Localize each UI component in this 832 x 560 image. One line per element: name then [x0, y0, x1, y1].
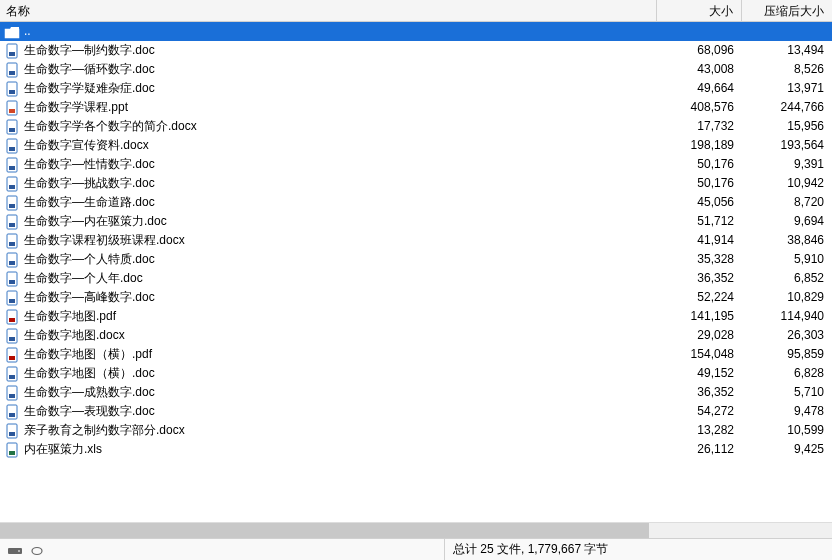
column-size-header[interactable]: 大小 — [657, 0, 742, 21]
file-size: 198,189 — [657, 136, 742, 155]
file-size: 45,056 — [657, 193, 742, 212]
file-type-icon — [4, 138, 20, 154]
scrollbar-thumb[interactable] — [0, 523, 649, 538]
file-size: 36,352 — [657, 269, 742, 288]
file-name: 生命数字—循环数字.doc — [24, 60, 155, 79]
file-packed-size: 38,846 — [742, 231, 832, 250]
file-packed-size: 13,971 — [742, 79, 832, 98]
file-packed-size: 8,526 — [742, 60, 832, 79]
svg-rect-8 — [9, 109, 15, 113]
file-row[interactable]: 生命数字学疑难杂症.doc49,66413,971 — [0, 79, 832, 98]
file-row[interactable]: 生命数字—高峰数字.doc52,22410,829 — [0, 288, 832, 307]
file-row[interactable]: 生命数字—性情数字.doc50,1769,391 — [0, 155, 832, 174]
svg-rect-32 — [9, 337, 15, 341]
file-type-icon — [4, 62, 20, 78]
file-packed-size: 9,391 — [742, 155, 832, 174]
file-row[interactable]: 生命数字学各个数字的简介.docx17,73215,956 — [0, 117, 832, 136]
file-size: 51,712 — [657, 212, 742, 231]
file-type-icon — [4, 328, 20, 344]
file-row[interactable]: 生命数字地图（横）.doc49,1526,828 — [0, 364, 832, 383]
file-type-icon — [4, 100, 20, 116]
column-packed-header[interactable]: 压缩后大小 — [742, 0, 832, 21]
file-row[interactable]: 生命数字宣传资料.docx198,189193,564 — [0, 136, 832, 155]
file-type-icon — [4, 271, 20, 287]
file-size: 26,112 — [657, 440, 742, 459]
status-summary: 总计 25 文件, 1,779,667 字节 — [445, 541, 832, 558]
file-name: 生命数字课程初级班课程.docx — [24, 231, 185, 250]
horizontal-scrollbar[interactable] — [0, 522, 832, 538]
column-name-header[interactable]: 名称 — [0, 0, 657, 21]
file-row[interactable]: 生命数字学课程.ppt408,576244,766 — [0, 98, 832, 117]
file-row[interactable]: 生命数字—个人年.doc36,3526,852 — [0, 269, 832, 288]
file-type-icon — [4, 385, 20, 401]
file-size: 50,176 — [657, 174, 742, 193]
file-packed-size: 9,425 — [742, 440, 832, 459]
file-name: 生命数字宣传资料.docx — [24, 136, 149, 155]
file-name: 生命数字学课程.ppt — [24, 98, 128, 117]
file-packed-size: 9,478 — [742, 402, 832, 421]
file-name: 生命数字学各个数字的简介.docx — [24, 117, 197, 136]
svg-rect-22 — [9, 242, 15, 246]
file-type-icon — [4, 309, 20, 325]
file-name: 生命数字—挑战数字.doc — [24, 174, 155, 193]
file-row[interactable]: 内在驱策力.xls26,1129,425 — [0, 440, 832, 459]
file-size: 141,195 — [657, 307, 742, 326]
file-list[interactable]: .. 生命数字—制约数字.doc68,09613,494生命数字—循环数字.do… — [0, 22, 832, 522]
file-row[interactable]: 生命数字—制约数字.doc68,09613,494 — [0, 41, 832, 60]
svg-rect-36 — [9, 375, 15, 379]
folder-up-icon — [4, 24, 20, 40]
svg-rect-24 — [9, 261, 15, 265]
file-packed-size: 10,829 — [742, 288, 832, 307]
file-size: 17,732 — [657, 117, 742, 136]
column-header: 名称 大小 压缩后大小 — [0, 0, 832, 22]
parent-folder-row[interactable]: .. — [0, 22, 832, 41]
file-type-icon — [4, 176, 20, 192]
file-row[interactable]: 生命数字—生命道路.doc45,0568,720 — [0, 193, 832, 212]
file-type-icon — [4, 404, 20, 420]
file-type-icon — [4, 290, 20, 306]
file-name: 生命数字—个人年.doc — [24, 269, 143, 288]
file-name: 生命数字—个人特质.doc — [24, 250, 155, 269]
file-name: 生命数字地图（横）.doc — [24, 364, 155, 383]
svg-rect-10 — [9, 128, 15, 132]
file-packed-size: 6,852 — [742, 269, 832, 288]
file-row[interactable]: 生命数字地图.docx29,02826,303 — [0, 326, 832, 345]
file-packed-size: 193,564 — [742, 136, 832, 155]
file-type-icon — [4, 81, 20, 97]
file-type-icon — [4, 423, 20, 439]
file-packed-size: 8,720 — [742, 193, 832, 212]
file-size: 29,028 — [657, 326, 742, 345]
file-name: 生命数字—高峰数字.doc — [24, 288, 155, 307]
file-size: 43,008 — [657, 60, 742, 79]
file-size: 54,272 — [657, 402, 742, 421]
file-row[interactable]: 生命数字—挑战数字.doc50,17610,942 — [0, 174, 832, 193]
file-packed-size: 10,942 — [742, 174, 832, 193]
svg-rect-14 — [9, 166, 15, 170]
file-type-icon — [4, 119, 20, 135]
disk-icon — [8, 545, 24, 555]
file-name: 内在驱策力.xls — [24, 440, 102, 459]
file-row[interactable]: 生命数字—成熟数字.doc36,3525,710 — [0, 383, 832, 402]
status-bar: 总计 25 文件, 1,779,667 字节 — [0, 538, 832, 560]
file-packed-size: 114,940 — [742, 307, 832, 326]
file-packed-size: 5,710 — [742, 383, 832, 402]
file-row[interactable]: 生命数字地图（横）.pdf154,04895,859 — [0, 345, 832, 364]
file-row[interactable]: 亲子教育之制约数字部分.docx13,28210,599 — [0, 421, 832, 440]
file-row[interactable]: 生命数字—内在驱策力.doc51,7129,694 — [0, 212, 832, 231]
file-packed-size: 9,694 — [742, 212, 832, 231]
file-row[interactable]: 生命数字—个人特质.doc35,3285,910 — [0, 250, 832, 269]
file-row[interactable]: 生命数字课程初级班课程.docx41,91438,846 — [0, 231, 832, 250]
svg-rect-26 — [9, 280, 15, 284]
svg-rect-2 — [9, 52, 15, 56]
file-type-icon — [4, 347, 20, 363]
file-type-icon — [4, 252, 20, 268]
svg-point-46 — [18, 550, 20, 552]
file-name: 生命数字地图.docx — [24, 326, 125, 345]
file-type-icon — [4, 157, 20, 173]
file-type-icon — [4, 442, 20, 458]
file-row[interactable]: 生命数字—表现数字.doc54,2729,478 — [0, 402, 832, 421]
parent-folder-label: .. — [24, 22, 31, 41]
file-packed-size: 244,766 — [742, 98, 832, 117]
file-row[interactable]: 生命数字—循环数字.doc43,0088,526 — [0, 60, 832, 79]
file-row[interactable]: 生命数字地图.pdf141,195114,940 — [0, 307, 832, 326]
